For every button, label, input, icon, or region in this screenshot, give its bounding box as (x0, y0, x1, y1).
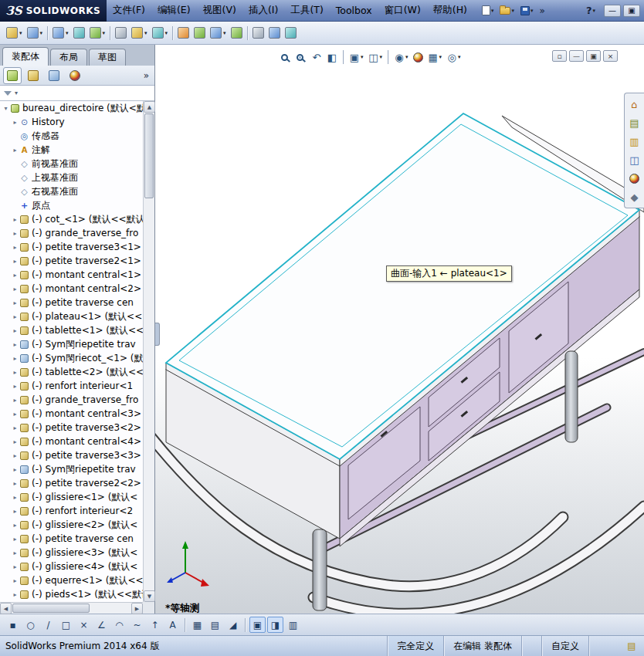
menu-item[interactable]: 窗口(W) (378, 0, 427, 21)
extend-entities-button[interactable]: ↑ (147, 617, 163, 633)
expand-toggle-icon[interactable]: ▸ (11, 549, 19, 556)
desk-model[interactable] (155, 45, 644, 614)
tree-root[interactable]: ▾ bureau_directoire (默认<默 (0, 101, 143, 115)
scroll-right-icon[interactable]: ▶ (131, 603, 143, 614)
reference-geometry-button[interactable]: ▾ (150, 25, 171, 40)
vertical-scroll-thumb[interactable] (144, 113, 154, 198)
expand-toggle-icon[interactable]: ▸ (11, 286, 19, 292)
tree-item[interactable]: ▸ (-) glissiere<4> (默认< (0, 560, 143, 573)
expand-toggle-icon[interactable]: ▸ (11, 230, 19, 237)
menu-item[interactable]: 插入(I) (242, 0, 284, 21)
horizontal-scroll-thumb[interactable] (12, 604, 90, 613)
featuremanager-tab[interactable] (3, 67, 22, 84)
expand-toggle-icon[interactable]: ▸ (11, 119, 19, 126)
interference-detection-button[interactable] (229, 25, 245, 40)
expand-toggle-icon[interactable]: ▸ (11, 299, 19, 306)
expand-toggle-icon[interactable]: ▸ (11, 397, 19, 404)
menu-item[interactable]: Toolbox (330, 0, 378, 21)
more-commands-button[interactable] (537, 4, 547, 18)
tree-item[interactable]: ▸ (-) grande_traverse_fro (0, 393, 143, 407)
expand-toggle-icon[interactable]: ▸ (11, 244, 19, 251)
arc-tool-button[interactable]: ◠ (111, 617, 127, 633)
tree-item[interactable]: 传感器 (0, 129, 143, 143)
instant2d-button[interactable]: ◨ (267, 617, 283, 633)
orientation-triad[interactable] (167, 541, 209, 587)
tree-item[interactable]: ▸ (-) montant central<3> (0, 407, 143, 421)
tree-item[interactable]: ▸ (-) Sym閠riepetite trav (0, 337, 143, 351)
expand-toggle-icon[interactable]: ▸ (11, 480, 19, 487)
tree-item[interactable]: ▸ (-) petite traverse3<3> (0, 448, 143, 462)
tree-item[interactable]: ▸ (-) renfort interieur<2 (0, 504, 143, 518)
filter-funnel-icon[interactable] (4, 91, 12, 96)
smart-fasteners-button[interactable] (71, 25, 87, 40)
display-style-button[interactable]: ◫▾ (367, 49, 385, 65)
angle-snap-button[interactable]: ∠ (93, 617, 110, 633)
insert-components-button[interactable]: ▾ (4, 25, 25, 40)
scroll-up-icon[interactable]: ▲ (144, 101, 155, 113)
tree-item[interactable]: ▸ (-) grande_traverse_fro (0, 226, 143, 240)
expand-toggle-icon[interactable]: ▸ (11, 591, 19, 598)
tree-item[interactable]: ▸ (-) petite traverse3<1> (0, 240, 143, 254)
vertical-scrollbar[interactable]: ▲ ▼ (143, 101, 154, 602)
sketch-text-button[interactable]: A (164, 617, 181, 633)
tree-item[interactable]: 原点 (0, 198, 143, 212)
scroll-left-icon[interactable]: ◀ (0, 603, 12, 614)
zoom-to-area-button[interactable] (294, 51, 308, 64)
tree-item[interactable]: ▸ (-) Sym閠riecot_<1> (默 (0, 351, 143, 365)
expand-toggle-icon[interactable]: ▸ (11, 452, 19, 459)
expand-toggle-icon[interactable]: ▸ (11, 369, 19, 376)
doc-restore-button[interactable]: ▫ (552, 50, 567, 62)
expand-toggle-icon[interactable]: ▸ (11, 424, 19, 431)
doc-maximize-button[interactable]: ▣ (586, 50, 601, 62)
assembly-features-button[interactable]: ▾ (129, 25, 150, 40)
line-tool-button[interactable]: / (40, 617, 56, 633)
tree-item[interactable]: 上视基准面 (0, 171, 143, 184)
snap-settings-button[interactable]: ▤ (207, 617, 223, 633)
new-document-button[interactable]: ▾ (480, 4, 497, 17)
file-explorer-tab[interactable]: ▥ (626, 133, 643, 150)
expand-toggle-icon[interactable]: ▸ (11, 147, 19, 154)
expand-toggle-icon[interactable]: ▸ (11, 383, 19, 390)
sketch-select-button[interactable]: ▪ (5, 617, 21, 633)
tree-item[interactable]: ▸ (-) petite traverse cen (0, 532, 143, 546)
horizontal-scrollbar[interactable]: ◀ ▶ (0, 602, 143, 614)
trim-entities-button[interactable]: × (76, 617, 92, 633)
scroll-down-icon[interactable]: ▼ (144, 590, 155, 602)
previous-view-button[interactable]: ↶ (310, 49, 324, 65)
tree-item[interactable]: ▸ (-) montant central<2> (0, 282, 143, 296)
appearances-scenes-tab[interactable] (626, 170, 643, 187)
tree-item[interactable]: 右视基准面 (0, 184, 143, 198)
view-settings-button[interactable]: ◎▾ (445, 49, 463, 65)
save-button[interactable]: ▾ (518, 5, 536, 17)
expand-toggle-icon[interactable]: ▸ (11, 411, 19, 418)
tree-item[interactable]: ▸ (-) glissiere<1> (默认< (0, 490, 143, 504)
shaded-sketch-contours-button[interactable]: ▣ (249, 617, 266, 633)
displaymanager-tab[interactable] (66, 67, 84, 84)
menu-item[interactable]: 工具(T) (284, 0, 329, 21)
tree-item[interactable]: ▸ (-) renfort interieur<1 (0, 379, 143, 393)
section-properties-button[interactable] (283, 25, 299, 40)
zoom-to-fit-button[interactable] (279, 51, 293, 64)
expand-toggle-icon[interactable]: ▸ (11, 327, 19, 334)
measure-button[interactable] (250, 25, 266, 40)
tree-item[interactable]: ▸ (-) equerre<1> (默认<<默 (0, 573, 143, 587)
exploded-view-button[interactable]: ▾ (208, 25, 229, 40)
design-library-tab[interactable]: ▤ (626, 114, 643, 131)
bill-of-materials-button[interactable] (192, 25, 208, 40)
rectangle-tool-button[interactable]: □ (58, 617, 74, 633)
propertymanager-tab[interactable] (24, 67, 42, 84)
tab-layout[interactable]: 布局 (50, 49, 87, 66)
tab-assembly[interactable]: 装配体 (2, 47, 49, 66)
tree-item[interactable]: 前视基准面 (0, 157, 143, 171)
expand-toggle-icon[interactable]: ▸ (11, 577, 19, 584)
configurationmanager-tab[interactable] (45, 67, 63, 84)
tree-item[interactable]: ▸ (-) petite traverse2<1> (0, 254, 143, 268)
minimize-button[interactable]: — (604, 5, 621, 17)
linear-component-pattern-button[interactable]: ▾ (50, 25, 71, 40)
tree-item[interactable]: ▸ (-) petite traverse2<2> (0, 476, 143, 490)
panel-expand-button[interactable]: » (144, 70, 149, 81)
tree-item[interactable]: ▸ (-) tablette<1> (默认<< (0, 323, 143, 337)
show-hidden-components-button[interactable] (113, 25, 129, 40)
mate-button[interactable]: ▾ (25, 25, 46, 40)
spline-tool-button[interactable]: ~ (129, 617, 145, 633)
